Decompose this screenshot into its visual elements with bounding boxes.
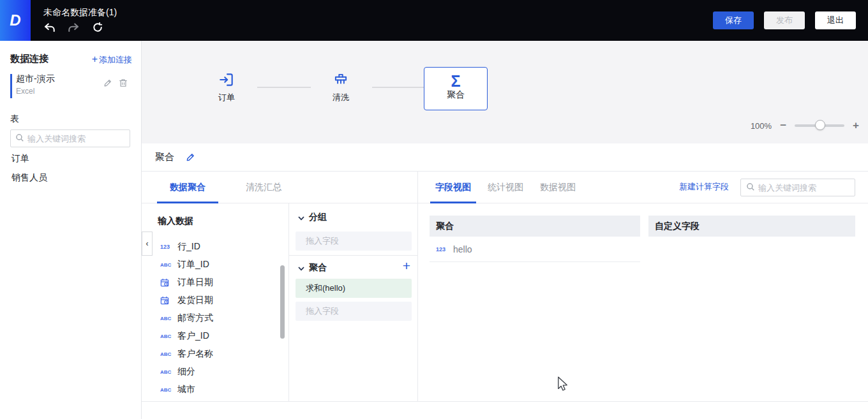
data-connections-title: 数据连接 [10,53,49,65]
connection-active-bar [10,74,12,98]
app-window: D 未命名数据准备(1) 保存 发布 退出 数据连接 +添加连接 超市-演示 E… [0,0,868,419]
text-type-icon: ABC [160,316,172,321]
tab-data-aggregation[interactable]: 数据聚合 [157,172,218,203]
plus-icon: + [92,54,98,64]
zoom-slider-track[interactable] [795,124,844,127]
flow-node-label: 清洗 [322,92,360,103]
group-aggregate-panel: 分组 拖入字段 聚合 + 求和(hello) 拖入字段 [289,203,418,402]
zoom-slider-thumb[interactable] [815,120,825,130]
date-type-icon [160,278,172,287]
field-row[interactable]: ABC客户名称 [142,345,288,363]
date-type-icon [160,296,172,305]
field-row[interactable]: ABC客户_ID [142,327,288,345]
redo-icon[interactable] [68,23,79,33]
flow-connector [372,87,424,88]
flow-node-clean[interactable]: 清洗 [322,71,360,103]
field-search-box[interactable] [740,179,855,196]
tab-data-view[interactable]: 数据视图 [535,172,581,203]
chevron-left-icon: ‹ [146,239,149,248]
tab-statistics-view[interactable]: 统计视图 [483,172,528,203]
input-data-header: 输入数据 [158,216,193,227]
flow-connector [257,87,311,88]
tables-label: 表 [10,114,19,125]
section-divider [289,255,418,256]
aggregate-section-header[interactable]: 聚合 [298,262,327,274]
flow-node-orders[interactable]: 订单 [207,71,246,103]
number-type-icon: 123 [436,246,448,253]
refresh-icon[interactable] [93,22,103,33]
aggregation-item-sum-hello[interactable]: 求和(hello) [296,279,412,298]
aggregate-fields-column: 聚合 123 hello [430,216,640,262]
undo-icon[interactable] [44,23,55,33]
field-row[interactable]: 订单日期 [142,274,288,291]
tab-clean-summary[interactable]: 清洗汇总 [233,172,294,203]
logo-glyph: D [10,11,20,29]
zoom-level: 100% [751,121,772,131]
field-row[interactable]: 发货日期 [142,291,288,309]
search-icon [746,182,755,193]
flow-node-label: 聚合 [424,89,487,101]
add-aggregation-button[interactable]: + [403,260,410,272]
number-type-icon: 123 [160,244,172,250]
top-bar: D 未命名数据准备(1) 保存 发布 退出 [0,0,868,41]
sigma-icon: Σ [424,73,487,89]
aggregate-column-header: 聚合 [430,216,640,237]
table-item-salespeople[interactable]: 销售人员 [11,172,47,184]
connection-name: 超市-演示 [16,73,55,85]
sidebar-search-input[interactable] [27,134,125,143]
app-logo[interactable]: D [0,0,31,41]
clean-brush-icon [322,71,360,89]
custom-column-header: 自定义字段 [648,216,855,237]
chevron-down-icon [298,212,304,223]
group-section-header[interactable]: 分组 [298,212,327,223]
text-type-icon: ABC [160,334,172,339]
publish-button[interactable]: 发布 [764,11,805,29]
aggregation-config-pane: 数据聚合 清洗汇总 输入数据 123行_ID ABC订单_ID 订单日期 发货日… [142,172,418,402]
field-row[interactable]: ABC邮寄方式 [142,309,288,327]
data-input-icon [207,71,246,89]
left-tabrow: 数据聚合 清洗汇总 [142,172,417,203]
document-title: 未命名数据准备(1) [43,7,117,18]
text-type-icon: ABC [160,351,172,357]
new-calculated-field-link[interactable]: 新建计算字段 [679,172,729,203]
edit-step-name-icon[interactable] [186,152,195,162]
table-item-orders[interactable]: 订单 [11,153,29,165]
canvas-zoom-control: 100% − + [751,121,859,131]
step-header: 聚合 [142,143,868,172]
chevron-down-icon [298,263,304,273]
input-field-list: 输入数据 123行_ID ABC订单_ID 订单日期 发货日期 ABC邮寄方式 … [142,203,289,402]
sidebar-search-box[interactable] [10,129,130,147]
zoom-in-button[interactable]: + [853,121,859,131]
step-title: 聚合 [155,151,174,163]
field-row[interactable]: ABC城市 [142,381,288,399]
delete-connection-icon[interactable] [119,78,128,89]
flow-node-label: 订单 [207,92,246,103]
edit-connection-icon[interactable] [103,78,112,89]
field-search-input[interactable] [758,183,849,193]
connection-item[interactable]: 超市-演示 Excel [10,73,131,99]
flow-canvas[interactable]: 订单 清洗 Σ 聚合 100% − + [142,41,868,143]
connection-type: Excel [16,87,34,96]
custom-fields-column: 自定义字段 [648,216,855,237]
add-connection-button[interactable]: +添加连接 [92,54,132,66]
field-view-pane: 字段视图 统计视图 数据视图 新建计算字段 聚合 123 hello 自定义字段 [418,172,868,402]
zoom-out-button[interactable]: − [780,121,786,131]
save-button[interactable]: 保存 [713,11,754,29]
field-row-hello[interactable]: 123 hello [430,237,640,262]
field-row[interactable]: 123行_ID [142,238,288,256]
text-type-icon: ABC [160,369,172,375]
field-list-scrollbar[interactable] [280,265,285,339]
field-row[interactable]: ABC订单_ID [142,256,288,274]
tab-field-view[interactable]: 字段视图 [430,172,476,203]
text-type-icon: ABC [160,262,172,268]
field-row[interactable]: ABC细分 [142,363,288,381]
sidebar: 数据连接 +添加连接 超市-演示 Excel 表 订单 销售人员 [0,41,142,419]
exit-button[interactable]: 退出 [815,11,856,29]
aggregate-drop-zone[interactable]: 拖入字段 [296,302,412,321]
group-drop-zone[interactable]: 拖入字段 [296,232,412,251]
collapse-panel-handle[interactable]: ‹ [142,232,153,256]
flow-node-aggregate-selected[interactable]: Σ 聚合 [424,67,488,110]
search-icon [15,133,24,144]
text-type-icon: ABC [160,387,172,393]
